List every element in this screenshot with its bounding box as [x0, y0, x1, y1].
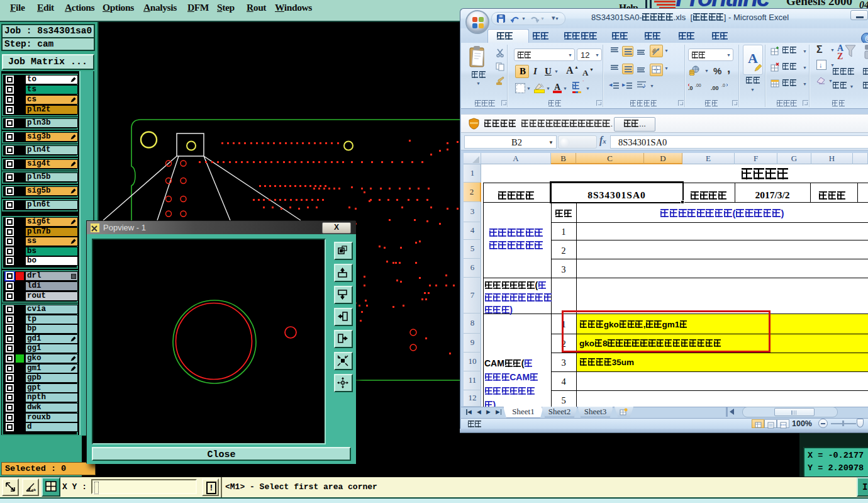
svg-text:.00: .00	[695, 83, 701, 88]
svg-text:ab: ab	[652, 47, 657, 54]
svg-text:ok: ok	[31, 488, 36, 492]
svg-text:.0: .0	[721, 83, 725, 88]
svg-text:.00: .00	[711, 85, 719, 91]
